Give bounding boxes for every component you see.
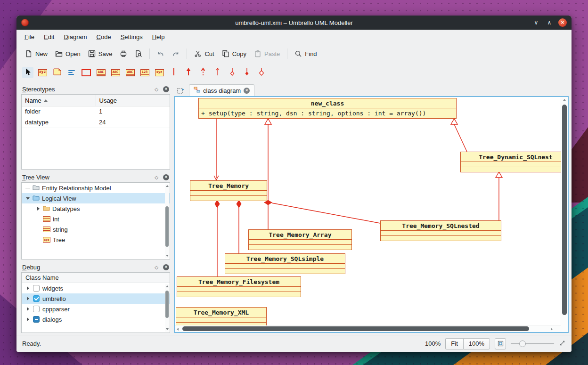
box-tool[interactable] (81, 67, 92, 78)
class-node-Tree_Memory_Array[interactable]: Tree_Memory_Array (248, 229, 352, 250)
tree-view-scrollbar[interactable] (165, 184, 169, 258)
interface-tool[interactable]: ABC (110, 67, 121, 78)
debug-item-dialogs[interactable]: dialogs (22, 314, 170, 324)
menu-help[interactable]: Help (148, 31, 169, 43)
minimize-icon[interactable]: ∨ (532, 18, 540, 27)
new-tab-button[interactable] (175, 86, 186, 96)
diagram-canvas[interactable]: new_class+ setup(type : string, dsn : st… (175, 97, 561, 325)
close-icon[interactable]: ✕ (558, 18, 567, 27)
containment-tool[interactable] (256, 67, 267, 78)
table-row[interactable]: datatype 24 (22, 117, 170, 128)
class-node-new_class[interactable]: new_class+ setup(type : string, dsn : st… (198, 98, 457, 119)
close-icon[interactable]: ✕ (163, 264, 169, 270)
menu-edit[interactable]: Edit (40, 31, 58, 43)
text-tool[interactable]: xyz (37, 67, 48, 78)
copy-button[interactable]: Copy (218, 47, 250, 60)
table-row[interactable]: folder 1 (22, 106, 170, 117)
titlebar[interactable]: umbrello-uml.xmi – Umbrello UML Modeller… (16, 16, 572, 30)
column-header-name[interactable]: Name (22, 95, 96, 106)
float-panel-icon[interactable]: ◇ (153, 85, 160, 93)
class-node-Tree_Dynamic_SQLnest[interactable]: Tree_Dynamic_SQLnest (460, 152, 561, 172)
vertical-scrollbar[interactable] (561, 97, 568, 325)
scroll-up-icon[interactable] (166, 285, 169, 287)
scrollbar-thumb[interactable] (165, 291, 169, 318)
zoom-full-button[interactable] (495, 338, 506, 349)
tab-class-diagram[interactable]: class diagram ✕ (189, 84, 254, 96)
tree-item-entity-relationship-model[interactable]: Entity Relationship Model (22, 183, 170, 193)
find-button[interactable]: Find (291, 47, 320, 60)
tree-item-datatypes[interactable]: Datatypes (22, 203, 170, 214)
class-tool[interactable]: ABC (95, 67, 106, 78)
horizontal-scrollbar[interactable] (175, 325, 561, 332)
paste-button[interactable]: Paste (250, 47, 284, 60)
maximize-icon[interactable]: ∧ (545, 18, 554, 27)
checkbox-checked[interactable] (33, 295, 40, 302)
tree-item-tree[interactable]: xyz Tree (22, 235, 170, 245)
aggregation-tool[interactable] (227, 67, 238, 78)
class-node-Tree_Memory_XML[interactable]: Tree_Memory_XML (176, 307, 267, 325)
enum-tool[interactable]: 123 (139, 67, 150, 78)
menu-file[interactable]: File (20, 31, 39, 43)
chevron-down-icon[interactable] (25, 197, 30, 200)
print-button[interactable] (116, 47, 131, 60)
chevron-right-icon[interactable] (25, 297, 30, 300)
chevron-right-icon[interactable] (36, 207, 41, 211)
close-icon[interactable]: ✕ (163, 86, 169, 92)
scrollbar-thumb[interactable] (182, 326, 529, 331)
cut-button[interactable]: Cut (190, 47, 218, 60)
debug-item-widgets[interactable]: widgets (22, 283, 170, 293)
dependency-tool[interactable] (197, 67, 209, 78)
note-tool[interactable] (51, 67, 63, 78)
column-header-usage[interactable]: Usage (96, 95, 170, 106)
menu-diagram[interactable]: Diagram (59, 31, 91, 43)
select-tool[interactable] (22, 67, 33, 78)
checkbox-unchecked[interactable] (33, 306, 40, 312)
datatype-tool[interactable]: ABC (124, 67, 136, 78)
float-panel-icon[interactable]: ◇ (153, 173, 160, 181)
scroll-up-icon[interactable] (563, 99, 566, 101)
class-node-Tree_Memory_SQLsimple[interactable]: Tree_Memory_SQLsimple (225, 253, 345, 274)
association-tool[interactable] (168, 67, 180, 78)
entity-tool[interactable]: xyz (154, 67, 165, 78)
scroll-right-icon[interactable] (551, 328, 553, 331)
float-panel-icon[interactable]: ◇ (153, 263, 160, 271)
chevron-right-icon[interactable] (25, 307, 30, 311)
scroll-up-icon[interactable] (166, 185, 169, 187)
print-preview-button[interactable] (131, 47, 146, 60)
menu-settings[interactable]: Settings (116, 31, 147, 43)
tree-item-int[interactable]: int (22, 214, 170, 224)
class-node-Tree_Memory_Filesystem[interactable]: Tree_Memory_Filesystem (177, 276, 301, 297)
class-node-Tree_Memory[interactable]: Tree_Memory (190, 180, 267, 201)
undo-button[interactable] (153, 47, 168, 60)
expand-icon[interactable] (559, 340, 566, 348)
redo-button[interactable] (168, 47, 183, 60)
slider-knob[interactable] (519, 341, 526, 347)
chevron-right-icon[interactable] (25, 317, 30, 321)
close-icon[interactable]: ✕ (163, 174, 169, 180)
checkbox-unchecked[interactable] (33, 285, 40, 292)
directed-association-tool[interactable] (212, 67, 223, 78)
scrollbar-thumb[interactable] (165, 206, 169, 247)
tree-item-string[interactable]: string (22, 224, 170, 235)
menu-code[interactable]: Code (92, 31, 115, 43)
checkbox-partial[interactable] (33, 316, 40, 323)
composition-tool[interactable] (241, 67, 253, 78)
debug-scrollbar[interactable] (165, 284, 169, 332)
debug-item-umbrello[interactable]: umbrello (22, 293, 170, 304)
zoom-slider[interactable] (511, 340, 554, 348)
zoom-100-button[interactable]: 100% (463, 338, 490, 349)
open-button[interactable]: Open (51, 47, 84, 60)
alignment-tool[interactable] (66, 67, 77, 78)
scroll-down-icon[interactable] (166, 255, 169, 257)
generalization-tool[interactable] (183, 67, 194, 78)
scrollbar-thumb[interactable] (562, 105, 567, 315)
chevron-right-icon[interactable] (25, 286, 30, 290)
zoom-fit-button[interactable]: Fit (445, 338, 463, 349)
class-node-Tree_Memory_SQLnested[interactable]: Tree_Memory_SQLnested (380, 220, 501, 241)
close-icon[interactable]: ✕ (244, 88, 250, 94)
save-button[interactable]: Save (84, 47, 116, 60)
scroll-down-icon[interactable] (166, 328, 169, 330)
new-button[interactable]: New (21, 47, 51, 60)
debug-item-cppparser[interactable]: cppparser (22, 304, 170, 314)
scroll-left-icon[interactable] (177, 328, 179, 331)
